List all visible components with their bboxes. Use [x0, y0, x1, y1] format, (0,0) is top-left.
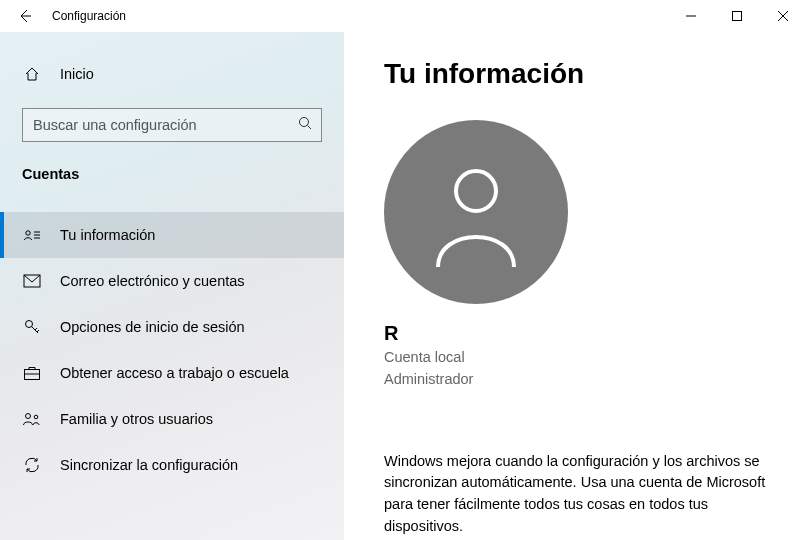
person-icon [426, 157, 526, 267]
account-role: Administrador [384, 369, 776, 391]
mail-icon [22, 274, 42, 288]
section-header: Cuentas [0, 166, 344, 182]
svg-point-20 [456, 171, 496, 211]
search-input[interactable] [33, 117, 297, 133]
main-content: Tu información R Cuenta local Administra… [344, 32, 806, 540]
window-title: Configuración [52, 9, 126, 23]
user-name: R [384, 322, 776, 345]
minimize-button[interactable] [668, 0, 714, 32]
maximize-button[interactable] [714, 0, 760, 32]
svg-rect-2 [733, 12, 742, 21]
svg-point-5 [300, 118, 309, 127]
svg-point-12 [26, 321, 33, 328]
nav-home[interactable]: Inicio [0, 54, 344, 94]
person-card-icon [22, 227, 42, 243]
nav-item-label: Tu información [60, 227, 155, 243]
account-type: Cuenta local [384, 347, 776, 369]
nav-item-email-accounts[interactable]: Correo electrónico y cuentas [0, 258, 344, 304]
sync-info-text: Windows mejora cuando la configuración y… [384, 451, 776, 538]
svg-line-14 [35, 328, 37, 330]
svg-line-15 [37, 330, 39, 332]
back-button[interactable] [0, 0, 50, 32]
nav-item-signin-options[interactable]: Opciones de inicio de sesión [0, 304, 344, 350]
nav-item-sync-settings[interactable]: Sincronizar la configuración [0, 442, 344, 488]
svg-point-19 [34, 415, 38, 419]
sidebar: Inicio Cuentas Tu información Correo ele… [0, 32, 344, 540]
nav-item-label: Opciones de inicio de sesión [60, 319, 245, 335]
page-heading: Tu información [384, 58, 776, 90]
nav-item-label: Familia y otros usuarios [60, 411, 213, 427]
svg-line-6 [308, 126, 312, 130]
search-box[interactable] [22, 108, 322, 142]
nav-item-label: Correo electrónico y cuentas [60, 273, 245, 289]
sync-icon [22, 456, 42, 474]
svg-point-7 [26, 231, 30, 235]
nav-home-label: Inicio [60, 66, 94, 82]
titlebar: Configuración [0, 0, 806, 32]
key-icon [22, 318, 42, 336]
avatar [384, 120, 568, 304]
search-icon [297, 115, 313, 135]
nav-item-work-school[interactable]: Obtener acceso a trabajo o escuela [0, 350, 344, 396]
home-icon [22, 66, 42, 82]
nav-item-family-users[interactable]: Familia y otros usuarios [0, 396, 344, 442]
briefcase-icon [22, 365, 42, 381]
nav-item-label: Obtener acceso a trabajo o escuela [60, 365, 289, 381]
nav-item-your-info[interactable]: Tu información [0, 212, 344, 258]
people-icon [22, 411, 42, 427]
close-button[interactable] [760, 0, 806, 32]
svg-point-18 [26, 414, 31, 419]
nav-item-label: Sincronizar la configuración [60, 457, 238, 473]
